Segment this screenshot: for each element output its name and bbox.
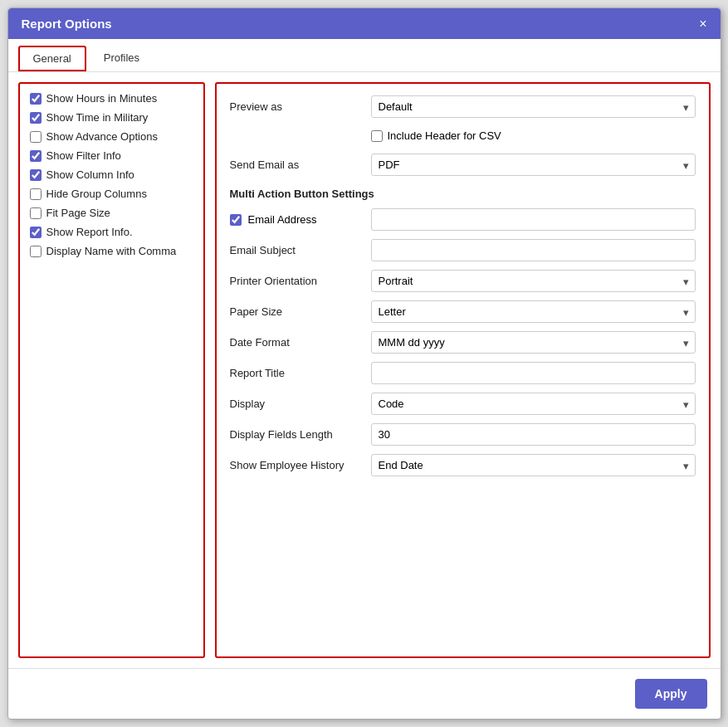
show-employee-history-row: Show Employee History End Date Start Dat…	[230, 454, 696, 476]
tab-general[interactable]: General	[18, 46, 86, 71]
checkbox-label-display-name-comma: Display Name with Comma	[46, 245, 177, 257]
report-title-row: Report Title	[230, 362, 696, 384]
preview-as-control[interactable]: Default PDF Excel CSV	[371, 95, 696, 118]
preview-as-row: Preview as Default PDF Excel CSV	[230, 95, 696, 118]
email-address-input[interactable]	[371, 208, 696, 231]
apply-button[interactable]: Apply	[635, 679, 707, 709]
checkbox-hide-group-columns[interactable]: Hide Group Columns	[30, 188, 193, 200]
email-address-row: Email Address	[230, 208, 696, 231]
checkbox-label-show-time-military: Show Time in Military	[46, 111, 149, 124]
date-format-control[interactable]: MMM dd yyyy MM/dd/yyyy dd/MM/yyyy	[371, 331, 696, 354]
dialog-header: Report Options ×	[8, 8, 721, 39]
printer-orientation-control[interactable]: Portrait Landscape	[371, 270, 696, 292]
paper-size-control[interactable]: Letter A4 Legal	[371, 300, 696, 323]
email-subject-input[interactable]	[371, 239, 696, 261]
display-control[interactable]: Code Description Both	[371, 393, 696, 415]
checkbox-label-show-advance-options: Show Advance Options	[46, 130, 158, 143]
printer-orientation-row: Printer Orientation Portrait Landscape	[230, 270, 696, 292]
email-subject-control	[371, 239, 696, 261]
right-panel: Preview as Default PDF Excel CSV Include…	[215, 82, 711, 658]
send-email-as-row: Send Email as PDF Excel CSV	[230, 154, 696, 176]
show-employee-history-select[interactable]: End Date Start Date Both	[371, 454, 696, 476]
date-format-row: Date Format MMM dd yyyy MM/dd/yyyy dd/MM…	[230, 331, 696, 354]
email-address-checkbox[interactable]	[230, 214, 242, 226]
checkbox-label-hide-group-columns: Hide Group Columns	[46, 188, 147, 200]
paper-size-row: Paper Size Letter A4 Legal	[230, 300, 696, 323]
dialog-title: Report Options	[22, 17, 112, 31]
display-row: Display Code Description Both	[230, 393, 696, 415]
checkbox-fit-page-size[interactable]: Fit Page Size	[30, 207, 193, 219]
printer-orientation-select[interactable]: Portrait Landscape	[371, 270, 696, 292]
send-email-as-control[interactable]: PDF Excel CSV	[371, 154, 696, 176]
email-address-label: Email Address	[248, 213, 364, 226]
include-header-csv-checkbox[interactable]	[371, 130, 383, 142]
report-title-input[interactable]	[371, 362, 696, 384]
send-email-as-label: Send Email as	[230, 159, 363, 171]
email-subject-row: Email Subject	[230, 239, 696, 261]
checkbox-label-show-column-info: Show Column Info	[46, 168, 134, 181]
checkbox-label-fit-page-size: Fit Page Size	[46, 207, 110, 219]
email-subject-label: Email Subject	[230, 244, 363, 256]
checkbox-label-show-filter-info: Show Filter Info	[46, 149, 121, 162]
include-header-csv-label: Include Header for CSV	[388, 129, 501, 142]
close-button[interactable]: ×	[699, 17, 706, 31]
report-title-label: Report Title	[230, 367, 363, 379]
display-label: Display	[230, 398, 363, 410]
printer-orientation-label: Printer Orientation	[230, 275, 363, 287]
tabs-row: General Profiles	[8, 39, 721, 72]
checkbox-show-advance-options[interactable]: Show Advance Options	[30, 130, 193, 143]
checkbox-show-hours-minutes[interactable]: Show Hours in Minutes	[30, 92, 193, 105]
date-format-label: Date Format	[230, 336, 363, 349]
dialog-footer: Apply	[8, 668, 721, 719]
paper-size-label: Paper Size	[230, 305, 363, 318]
paper-size-select[interactable]: Letter A4 Legal	[371, 300, 696, 323]
preview-as-select[interactable]: Default PDF Excel CSV	[371, 95, 696, 118]
show-employee-history-control[interactable]: End Date Start Date Both	[371, 454, 696, 476]
multi-action-title: Multi Action Button Settings	[230, 188, 696, 200]
send-email-as-select[interactable]: PDF Excel CSV	[371, 154, 696, 176]
left-panel: Show Hours in Minutes Show Time in Milit…	[18, 82, 205, 658]
tab-profiles[interactable]: Profiles	[90, 46, 154, 71]
display-fields-length-row: Display Fields Length	[230, 423, 696, 446]
checkbox-show-time-military[interactable]: Show Time in Military	[30, 111, 193, 124]
preview-as-label: Preview as	[230, 100, 363, 113]
display-fields-length-label: Display Fields Length	[230, 428, 363, 441]
date-format-select[interactable]: MMM dd yyyy MM/dd/yyyy dd/MM/yyyy	[371, 331, 696, 354]
checkbox-display-name-comma[interactable]: Display Name with Comma	[30, 245, 193, 257]
display-fields-length-control	[371, 423, 696, 446]
display-fields-length-input[interactable]	[371, 423, 696, 446]
checkbox-label-show-hours-minutes: Show Hours in Minutes	[46, 92, 158, 105]
display-select[interactable]: Code Description Both	[371, 393, 696, 415]
checkbox-show-filter-info[interactable]: Show Filter Info	[30, 149, 193, 162]
report-options-dialog: Report Options × General Profiles Show H…	[7, 7, 721, 720]
checkbox-label-show-report-info: Show Report Info.	[46, 226, 133, 238]
report-title-control	[371, 362, 696, 384]
checkbox-show-report-info[interactable]: Show Report Info.	[30, 226, 193, 238]
show-employee-history-label: Show Employee History	[230, 459, 363, 471]
checkbox-show-column-info[interactable]: Show Column Info	[30, 168, 193, 181]
include-header-csv-row[interactable]: Include Header for CSV	[371, 129, 696, 142]
dialog-body: Show Hours in Minutes Show Time in Milit…	[8, 72, 721, 668]
multi-action-section: Multi Action Button Settings Email Addre…	[230, 188, 696, 476]
